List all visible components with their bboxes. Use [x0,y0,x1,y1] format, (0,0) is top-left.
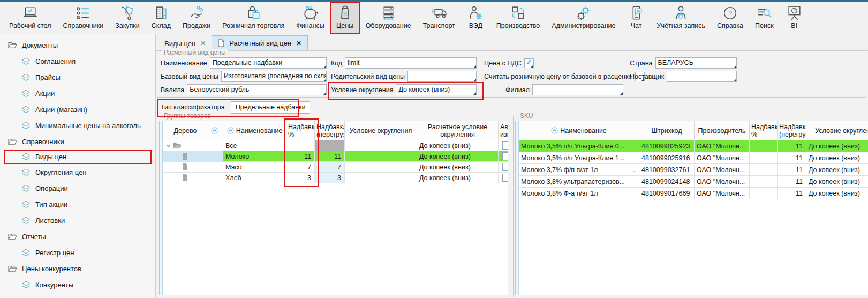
toolbar-item-transport[interactable]: Транспорт [417,2,461,34]
sidebar-item-15[interactable]: Конкуренты [0,277,155,293]
code-input[interactable]: limit [345,57,477,69]
sku-name-cell[interactable]: Молоко 3,8% Ф-а п/эт 1л [519,188,639,199]
sidebar-item-3[interactable]: Акции [0,85,155,101]
markup-overload-cell[interactable]: 3 [315,173,345,183]
rounding-cell[interactable] [345,173,417,183]
sku-markup-overload-cell[interactable]: 11 [778,176,806,188]
groups-column-header[interactable] [208,121,223,140]
toolbar-item-directories[interactable]: Справочники [57,2,109,34]
auto-change-checkbox[interactable] [502,152,508,160]
sku-name-cell[interactable]: Молоко 3,5% п/п Ультра-Клин 0... [519,140,639,152]
sku-markup-pct-cell[interactable] [750,152,778,164]
auto-change-checkbox[interactable] [502,141,508,150]
sidebar-item-8[interactable]: Округления цен [0,164,155,180]
markup-pct-cell[interactable]: 11 [286,151,315,162]
groups-column-header[interactable]: Надбавка % [286,121,315,140]
group-name-cell[interactable]: Все [223,140,286,151]
sku-producer-cell[interactable]: ОАО "Молочн... [695,188,750,199]
sidebar-item-13[interactable]: Регистр цен [0,244,155,260]
sku-markup-overload-cell[interactable]: 11 [778,152,806,164]
auto-change-cell[interactable] [499,140,508,151]
sku-markup-overload-cell[interactable]: 11 [778,140,806,152]
toolbar-item-ved[interactable]: ВЭД [461,2,490,34]
sku-barcode-cell[interactable]: 4810099017669 [639,188,695,199]
name-input[interactable]: Предельные надбавки [210,57,327,69]
vat-checkbox[interactable] [524,58,534,68]
sidebar-item-2[interactable]: Прайсы [0,69,155,85]
groups-column-header[interactable]: Наименование [223,121,286,140]
rounding-cell[interactable] [345,162,417,173]
toolbar-item-desktop[interactable]: Рабочий стол [3,2,57,34]
sku-name-cell[interactable]: Молоко 3,5% п/п Ультра-Клин 1... [519,152,639,164]
markup-overload-cell[interactable]: 7 [315,162,345,173]
sku-column-header[interactable]: Производитель [695,121,750,140]
auto-change-checkbox[interactable] [502,163,508,171]
sku-markup-pct-cell[interactable] [750,176,778,188]
rounding-cell[interactable] [345,151,417,162]
sidebar-item-7[interactable]: Виды цен [4,150,152,164]
calc-rounding-cell[interactable]: До копеек (вниз) [417,151,499,162]
sku-barcode-cell[interactable]: 4810099032761 [639,164,695,176]
toolbar-item-administration[interactable]: Администрирование [546,2,621,34]
toolbar-item-account[interactable]: Учётная запись [651,2,711,34]
groups-column-header[interactable]: Дерево [163,121,208,140]
groups-column-header[interactable]: Условие округления [345,121,417,140]
auto-change-cell[interactable] [499,151,508,162]
toolbar-item-search[interactable]: Поиск [749,2,780,34]
group-name-cell[interactable]: Хлеб [223,173,286,183]
sku-column-header[interactable]: Надбавка, (перегруз [778,121,806,140]
sidebar-item-11[interactable]: Листовки [0,212,155,228]
sku-column-header[interactable]: Надбавка, % [750,121,778,140]
sku-rounding-cell[interactable]: До копеек (вниз) [806,188,868,199]
parent-price-type-input[interactable] [407,71,477,82]
toolbar-item-production[interactable]: Производство [490,2,546,34]
sidebar-item-10[interactable]: Тип акции [0,196,155,212]
tree-cell[interactable] [163,140,208,151]
toolbar-item-chat[interactable]: Чат [622,2,651,34]
toolbar-item-bi[interactable]: BI [780,2,809,34]
sku-producer-cell[interactable]: ОАО "Молочн... [695,176,750,188]
sidebar-item-1[interactable]: Соглашения [0,53,155,69]
rounding-cell[interactable] [345,140,417,151]
toolbar-item-retail[interactable]: Розничная торговля [216,2,290,34]
toolbar-item-finance[interactable]: Финансы [290,2,330,34]
auto-change-checkbox[interactable] [502,174,508,182]
currency-input[interactable]: Белорусский рубль [187,84,327,95]
group-name-cell[interactable]: Молоко [223,151,286,162]
tree-cell[interactable] [163,151,208,162]
tab-1[interactable]: Расчетный вид цен✕ [212,35,308,50]
rounding-input[interactable]: До копеек (вниз) [396,84,477,95]
close-icon[interactable]: ✕ [200,40,206,47]
sku-markup-overload-cell[interactable]: 11 [778,188,806,199]
close-icon[interactable]: ✕ [296,40,301,47]
markup-pct-cell[interactable] [286,140,315,151]
sku-producer-cell[interactable]: ОАО "Молочн... [695,152,750,164]
auto-change-cell[interactable] [499,173,508,183]
sku-barcode-cell[interactable]: 4810099025916 [639,152,695,164]
sidebar-item-9[interactable]: Операции [0,180,155,196]
markup-overload-cell[interactable] [315,140,345,151]
sidebar-item-12[interactable]: Отчеты [0,228,155,244]
base-price-type-input[interactable]: Изготовителя (последняя по складу) [221,71,327,82]
markup-pct-cell[interactable]: 3 [286,173,315,183]
sku-producer-cell[interactable]: ОАО "Молочн... [695,140,750,152]
groups-column-header[interactable]: Авто изм [499,121,508,140]
country-input[interactable]: БЕЛАРУСЬ [655,57,737,69]
groups-column-header[interactable]: Расчетное условие округления [417,121,499,140]
markup-overload-cell[interactable]: 11 [315,151,345,162]
tree-cell[interactable] [163,173,208,183]
calc-rounding-cell[interactable]: До копеек (вниз) [417,140,499,151]
toolbar-item-purchases[interactable]: Закупки [109,2,146,34]
sku-markup-pct-cell[interactable] [750,188,778,199]
sku-name-cell[interactable]: Молоко 3,8% ультрапастеризов... [519,176,639,188]
sidebar-item-6[interactable]: Справочники [0,133,155,150]
calc-rounding-cell[interactable]: До копеек (вниз) [417,162,499,173]
sku-producer-cell[interactable]: ОАО "Молочн... [695,164,750,176]
toolbar-item-warehouse[interactable]: Склад [146,2,177,34]
auto-change-cell[interactable] [499,162,508,173]
sku-markup-overload-cell[interactable]: 11 [778,164,806,176]
toolbar-item-help[interactable]: ?Справка [711,2,749,34]
sku-column-header[interactable]: Условие округления [806,121,868,140]
branch-input[interactable] [532,84,623,95]
toolbar-item-prices[interactable]: $Цены [330,2,360,34]
